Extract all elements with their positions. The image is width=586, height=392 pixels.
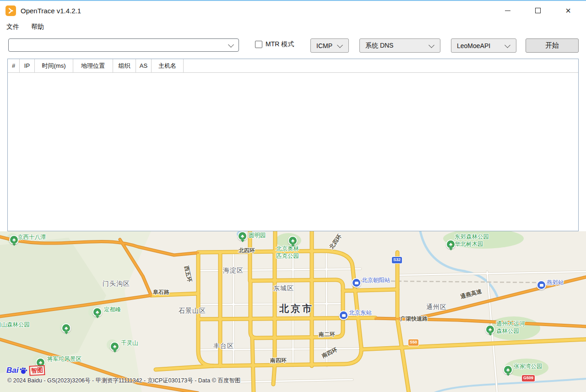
map-label-district: 通州区 — [426, 303, 447, 311]
protocol-select[interactable]: ICMP — [310, 38, 349, 53]
checkbox-box-icon[interactable] — [255, 41, 262, 48]
park-pin: ♣ — [238, 231, 247, 241]
titlebar: OpenTrace v1.4.2.1 × — [0, 1, 586, 20]
road-badge: S32 — [392, 257, 402, 263]
column-header-1[interactable]: # — [8, 59, 20, 72]
park-pin: ♣ — [446, 240, 456, 249]
map-label-district: 丰台区 — [213, 342, 234, 350]
map-labels: 北京市海淀区东城区石景山区丰台区通州区门头沟区北四环北四环西五环阜石路南二环南四… — [0, 231, 586, 392]
station-pin — [352, 278, 361, 288]
close-button[interactable]: × — [553, 1, 583, 20]
map-label-park: 京西十八潭 — [17, 234, 46, 241]
map-label-park: 圆明园 — [249, 232, 266, 239]
map-label-road: 通燕高速 — [460, 288, 483, 300]
column-header-3[interactable]: 时间(ms) — [35, 59, 73, 72]
baidu-logo: Bai 智图 — [6, 365, 45, 376]
map-label-park: 千灵山 — [121, 339, 138, 347]
map-label-park: 张家湾公园 — [514, 363, 543, 370]
paw-icon — [19, 367, 27, 374]
chevron-down-icon — [429, 42, 434, 48]
map-label-road: 北四环 — [239, 247, 255, 255]
map-label-road: 阜石路 — [153, 289, 169, 296]
column-header-5[interactable]: 组织 — [113, 59, 136, 72]
map-label-park: 将军坨风景区 — [47, 355, 81, 363]
park-pin: ♣ — [61, 323, 71, 333]
baidu-logo-text: Bai — [6, 366, 18, 375]
map-attribution: © 2024 Baidu - GS(2023)3206号 - 甲测资字11111… — [7, 377, 240, 385]
protocol-value: ICMP — [316, 42, 332, 49]
api-value: LeoMoeAPI — [457, 42, 490, 49]
map-label-road: 西五环 — [182, 265, 193, 283]
app-logo-icon — [5, 5, 16, 16]
dns-select[interactable]: 系统 DNS — [359, 38, 440, 53]
map-panel[interactable]: 北京市海淀区东城区石景山区丰台区通州区门头沟区北四环北四环西五环阜石路南二环南四… — [0, 231, 586, 392]
station-pin — [537, 280, 546, 290]
park-pin: ♣ — [485, 325, 495, 334]
map-label-district: 门头沟区 — [103, 279, 130, 288]
close-icon: × — [565, 6, 571, 15]
table-body — [8, 73, 578, 231]
target-host-combobox[interactable] — [8, 38, 239, 52]
toolbar: MTR 模式 ICMP 系统 DNS LeoMoeAPI 开始 — [0, 34, 586, 59]
column-header-6[interactable]: AS — [136, 59, 152, 72]
park-pin: ♣ — [92, 307, 102, 317]
map-label-road: 北四环 — [328, 233, 343, 250]
mtr-mode-label: MTR 模式 — [266, 40, 294, 49]
column-header-2[interactable]: IP — [20, 59, 35, 72]
map-label-road: 南四环 — [270, 357, 287, 365]
maximize-icon — [535, 8, 541, 13]
api-select[interactable]: LeoMoeAPI — [451, 38, 516, 53]
map-label-district: 东城区 — [273, 284, 294, 292]
map-label-park: 门山森林公园 — [0, 321, 30, 328]
park-pin: ♣ — [9, 235, 19, 245]
chevron-down-icon[interactable] — [228, 42, 234, 48]
minimize-button[interactable] — [493, 1, 523, 20]
window-controls: × — [493, 1, 586, 20]
station-pin — [339, 310, 348, 320]
map-label-station: 燕郊站 — [547, 279, 564, 286]
map-label-park: 定都峰 — [104, 306, 121, 313]
minimize-icon — [505, 11, 510, 11]
maximize-button[interactable] — [523, 1, 553, 20]
map-label-park: 东郊森林公园 华北树木园 — [455, 233, 489, 248]
map-label-park: 北京奥林 匹克公园 — [276, 245, 299, 260]
map-label-road: 南二环 — [319, 331, 335, 338]
menu-help[interactable]: 帮助 — [31, 23, 44, 31]
menubar: 文件 帮助 — [0, 20, 586, 34]
map-label-city: 北京市 — [279, 302, 314, 315]
map-label-road: 广渠快速路 — [400, 316, 428, 323]
window-title: OpenTrace v1.4.2.1 — [21, 7, 81, 15]
chevron-down-icon — [505, 42, 510, 48]
column-header-7[interactable]: 主机名 — [152, 59, 184, 72]
target-host-input[interactable] — [9, 39, 226, 51]
mtr-mode-checkbox[interactable]: MTR 模式 — [255, 40, 294, 49]
chevron-down-icon — [337, 42, 343, 48]
map-label-park: 通州大运河 森林公园 — [496, 320, 525, 335]
zhitu-stamp: 智图 — [29, 365, 45, 376]
road-badge: G509 — [522, 375, 535, 381]
menu-file[interactable]: 文件 — [6, 23, 19, 31]
map-label-district: 石景山区 — [179, 306, 206, 315]
park-pin: ♣ — [288, 236, 298, 245]
dns-value: 系统 DNS — [365, 42, 393, 50]
map-label-station: 北京朝阳站 — [362, 277, 391, 284]
app-window: OpenTrace v1.4.2.1 × 文件 帮助 MTR 模式 ICMP — [0, 0, 586, 392]
results-table: #IP时间(ms)地理位置组织AS主机名 — [7, 59, 579, 231]
map-label-district: 海淀区 — [223, 266, 244, 274]
park-pin: ♣ — [110, 342, 119, 351]
map-label-road: 南四环 — [321, 346, 339, 360]
map-label-station: 北京东站 — [349, 309, 372, 316]
start-button[interactable]: 开始 — [526, 38, 579, 53]
table-header: #IP时间(ms)地理位置组织AS主机名 — [8, 59, 578, 73]
park-pin: ♣ — [503, 365, 513, 375]
road-badge: S50 — [408, 339, 418, 346]
column-header-4[interactable]: 地理位置 — [73, 59, 113, 72]
